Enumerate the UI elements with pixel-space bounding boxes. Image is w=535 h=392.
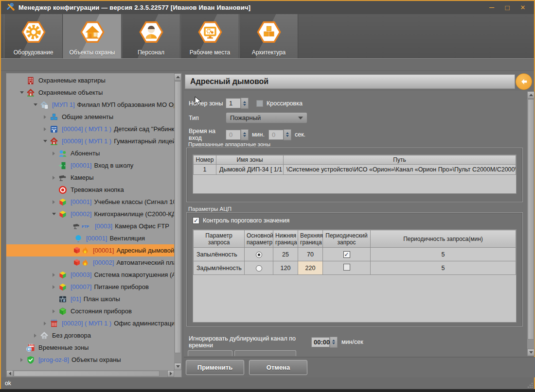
chevron-right-icon[interactable] <box>41 322 49 325</box>
action-bar: Применить Отмена <box>184 357 535 377</box>
tree-vertical-scrollbar[interactable] <box>174 73 181 370</box>
chevron-right-icon[interactable] <box>41 115 49 119</box>
cell-zone-name[interactable]: Дымовой ДИП-34 [ 1/1 ] <box>216 165 284 175</box>
close-icon[interactable] <box>517 3 529 13</box>
table-row[interactable]: Задымлённость 120 220 5 <box>194 261 516 275</box>
tree-item[interactable]: [00007]Питание приборов <box>6 281 174 293</box>
type-dropdown[interactable]: Пожарный <box>226 112 307 123</box>
tree-item[interactable]: [00004] ( МУП 1 )Детский сад "Рябинка" <box>6 123 174 135</box>
ignore-time-input[interactable]: 00:00 <box>311 337 330 347</box>
tree-item[interactable]: [00002]Книгохранилище (С2000-КДЛ) <box>6 208 174 220</box>
entry-minutes-input[interactable]: 0 <box>226 130 241 140</box>
cell-main-param[interactable] <box>245 248 273 261</box>
cell-high-bound[interactable]: 70 <box>298 248 323 261</box>
crossing-checkbox[interactable] <box>256 100 263 107</box>
cancel-button[interactable]: Отмена <box>249 360 307 375</box>
tree-item-selected[interactable]: [00001]Адресный дымовой <box>6 244 174 256</box>
table-row[interactable]: Запылённость 25 70 5 <box>194 248 516 261</box>
entry-seconds-input[interactable]: 0 <box>268 130 284 140</box>
toolbar-item-equipment[interactable]: Оборудование <box>4 14 63 58</box>
tree-item[interactable]: [00001]Учебные классы (Сигнал 10) <box>6 196 174 208</box>
ignore-time-spinner[interactable] <box>330 337 338 348</box>
zone-number-input[interactable]: 1 <box>226 98 241 108</box>
tree-item[interactable]: [01]План школы <box>6 293 174 305</box>
toolbar-item-workstations[interactable]: Рабочие места <box>180 14 239 58</box>
chevron-right-icon[interactable] <box>18 358 25 362</box>
scroll-left-icon[interactable] <box>6 370 13 377</box>
entry-minutes-spinner[interactable] <box>241 129 249 140</box>
cell-param[interactable]: Задымлённость <box>194 261 245 275</box>
chevron-down-icon[interactable] <box>32 103 39 106</box>
chevron-right-icon[interactable] <box>50 176 57 180</box>
zone-number-spinner[interactable] <box>241 98 249 109</box>
resize-grip-icon[interactable] <box>528 383 533 388</box>
scrollbar-thumb[interactable] <box>175 81 181 353</box>
apply-button[interactable]: Применить <box>186 360 244 375</box>
tree-item[interactable]: Временные зоны <box>6 341 174 354</box>
cell-period[interactable]: 5 <box>371 248 516 261</box>
periodic-checkbox[interactable] <box>343 264 350 271</box>
cell-low-bound[interactable]: 120 <box>273 261 298 275</box>
cell-high-bound-edited[interactable]: 220 <box>298 261 323 275</box>
chevron-right-icon[interactable] <box>32 334 39 338</box>
tree-item[interactable]: [00001]Вход в школу <box>6 159 174 171</box>
tree-item[interactable]: Охраняемые объекты <box>6 86 174 99</box>
tree-horizontal-scrollbar[interactable] <box>6 370 174 377</box>
tree-item[interactable]: [prog-oz-8]Объекты охраны <box>6 354 174 366</box>
tree-item[interactable]: [00009] ( МУП 1 )Гуманитарный лицей № 9 <box>6 135 174 147</box>
tree-item[interactable]: [00003]Система пожаротушения (АСПТ) <box>6 269 174 281</box>
scroll-up-icon[interactable] <box>527 91 535 99</box>
scroll-down-icon[interactable] <box>174 363 181 370</box>
cell-path[interactable]: \Системное устройство\ИСО «Орион»\Канал … <box>284 165 516 175</box>
cell-periodic[interactable] <box>323 248 371 261</box>
radio-selected-icon[interactable] <box>256 252 262 258</box>
chevron-down-icon[interactable] <box>18 91 25 94</box>
toolbar-item-label: Рабочие места <box>190 49 230 56</box>
scrollbar-thumb[interactable] <box>528 99 534 340</box>
cell-number[interactable]: 1 <box>194 165 216 175</box>
tree-item[interactable]: [00002]Автоматический пламени <box>6 256 174 269</box>
cell-period[interactable]: 5 <box>371 261 516 275</box>
tree-item[interactable]: Общие элементы <box>6 111 174 123</box>
chevron-right-icon[interactable] <box>50 273 57 277</box>
tree-item[interactable]: FTP[0003]Камера Офис FTP <box>6 220 174 232</box>
tree-item[interactable]: Состояния приборов <box>6 305 174 317</box>
device-states-icon <box>57 307 68 316</box>
threshold-checkbox[interactable] <box>193 217 199 224</box>
chevron-down-icon[interactable] <box>50 213 57 215</box>
scroll-right-icon[interactable] <box>167 370 174 377</box>
back-button[interactable] <box>516 73 532 90</box>
toolbar-item-architecture[interactable]: Архитектура <box>239 14 298 58</box>
minimize-icon[interactable] <box>485 3 498 13</box>
scroll-up-icon[interactable] <box>174 73 181 81</box>
radio-unselected-icon[interactable] <box>256 265 262 272</box>
tree-item[interactable]: Охраняемые квартиры <box>6 74 174 86</box>
entry-seconds-spinner[interactable] <box>284 129 291 140</box>
chevron-right-icon[interactable] <box>50 309 57 313</box>
chevron-right-icon[interactable] <box>50 152 57 155</box>
toolbar-item-personnel[interactable]: Персонал <box>122 14 180 58</box>
scrollbar-thumb[interactable] <box>14 371 160 376</box>
column-header: Верхняя граница <box>298 230 323 248</box>
form-vertical-scrollbar[interactable] <box>527 91 535 356</box>
tree-item[interactable]: [00001]Вентиляция <box>6 232 174 244</box>
toolbar-item-protected-objects[interactable]: Объекты охраны <box>63 14 122 58</box>
chevron-right-icon[interactable] <box>50 200 57 204</box>
cell-main-param[interactable] <box>245 261 273 275</box>
table-row[interactable]: 1 Дымовой ДИП-34 [ 1/1 ] \Системное устр… <box>194 165 516 175</box>
cell-low-bound[interactable]: 25 <box>273 248 298 261</box>
tree-item[interactable]: [МУП 1]Филиал МУП образования МО Орехово <box>6 99 174 111</box>
chevron-right-icon[interactable] <box>41 127 49 131</box>
scroll-down-icon[interactable] <box>527 349 535 356</box>
periodic-checkbox[interactable] <box>343 251 350 258</box>
chevron-down-icon[interactable] <box>41 140 49 142</box>
tree-item[interactable]: Камеры <box>6 171 174 184</box>
maximize-icon[interactable] <box>501 3 514 13</box>
cell-param[interactable]: Запылённость <box>194 248 245 261</box>
chevron-right-icon[interactable] <box>50 285 57 289</box>
tree-item[interactable]: Абоненты <box>6 147 174 159</box>
tree-item[interactable]: Без договора <box>6 329 174 341</box>
tree-item[interactable]: [00020] ( МУП 1 )Офис администрации упра… <box>6 317 174 329</box>
tree-item[interactable]: Тревожная кнопка <box>6 184 174 196</box>
cell-periodic[interactable] <box>323 261 371 275</box>
